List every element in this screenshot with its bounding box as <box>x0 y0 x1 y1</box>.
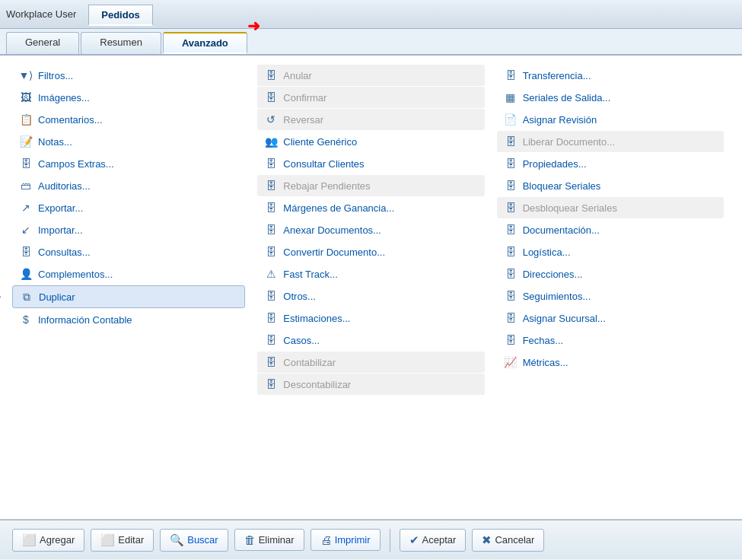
menu-item-transferencia[interactable]: 🗄 Transferencia... <box>497 65 724 86</box>
margenes-icon: 🗄 <box>263 200 279 215</box>
clipboard-icon: 📋 <box>18 112 33 127</box>
toolbar-divider <box>390 529 390 552</box>
menu-item-propiedades[interactable]: 🗄 Propiedades... <box>497 153 724 174</box>
bloquear-icon: 🗄 <box>503 178 518 193</box>
menu-item-otros[interactable]: 🗄 Otros... <box>257 285 484 307</box>
chart-icon: 📈 <box>503 355 518 370</box>
title-bar: Workplace User Pedidos <box>0 0 742 29</box>
fechas-icon: 🗄 <box>503 332 518 348</box>
menu-item-metricas[interactable]: 📈 Métricas... <box>497 352 724 373</box>
documentacion-icon: 🗄 <box>503 222 518 237</box>
direcciones-icon: 🗄 <box>503 266 518 282</box>
menu-item-campos-extras[interactable]: 🗄 Campos Extras... <box>12 153 245 174</box>
export-icon: ↗ <box>18 200 33 215</box>
propiedades-icon: 🗄 <box>503 156 518 171</box>
descontabilizar-icon: 🗄 <box>263 377 279 392</box>
editar-icon: ⬜ <box>100 533 115 547</box>
cancelar-button[interactable]: ✖ Cancelar <box>472 529 544 552</box>
consultar-clientes-icon: 🗄 <box>263 156 279 171</box>
menu-item-comentarios[interactable]: 📋 Comentarios... <box>12 109 245 130</box>
transferencia-icon: 🗄 <box>503 68 518 83</box>
note-icon: 📝 <box>18 134 33 149</box>
aceptar-icon: ✔ <box>409 533 419 547</box>
menu-item-complementos[interactable]: 👤 Complementos... <box>12 263 245 285</box>
cylinder-icon: 🗄 <box>18 156 33 171</box>
cancelar-icon: ✖ <box>482 533 492 547</box>
main-content: ▼⟩ Filtros... 🖼 Imágenes... 📋 Comentario… <box>0 56 742 520</box>
buscar-button[interactable]: 🔍 Buscar <box>160 529 228 552</box>
menu-item-casos[interactable]: 🗄 Casos... <box>257 329 484 351</box>
liberar-icon: 🗄 <box>503 134 518 149</box>
menu-item-info-contable[interactable]: $ Información Contable <box>12 309 245 330</box>
menu-item-confirmar[interactable]: 🗄 Confirmar <box>257 87 484 108</box>
menu-item-duplicar[interactable]: ⧉ Duplicar ➜ <box>12 285 245 308</box>
menu-item-seguimientos[interactable]: 🗄 Seguimientos... <box>497 285 724 307</box>
dollar-icon: $ <box>18 312 33 327</box>
menu-item-direcciones[interactable]: 🗄 Direcciones... <box>497 263 724 285</box>
menu-item-bloquear-seriales[interactable]: 🗄 Bloquear Seriales <box>497 175 724 196</box>
menu-item-rebajar-pendientes[interactable]: 🗄 Rebajar Pendientes <box>257 175 484 196</box>
menu-item-asignar-sucursal[interactable]: 🗄 Asignar Sucursal... <box>497 307 724 329</box>
menu-item-anular[interactable]: 🗄 Anular <box>257 65 484 86</box>
menu-item-descontabilizar[interactable]: 🗄 Descontabilizar <box>257 374 484 395</box>
menu-item-logistica[interactable]: 🗄 Logística... <box>497 241 724 262</box>
menu-item-consultas[interactable]: 🗄 Consultas... <box>12 241 245 262</box>
avanzado-arrow-annotation: ➜ <box>247 17 260 35</box>
tab-resumen[interactable]: Resumen <box>81 32 161 54</box>
audit-icon: 🗃 <box>18 178 33 193</box>
eliminar-button[interactable]: 🗑 Eliminar <box>234 529 304 551</box>
contabilizar-icon: 🗄 <box>263 355 279 370</box>
tab-avanzado[interactable]: Avanzado ➜ <box>163 32 247 54</box>
menu-item-desbloquear-seriales[interactable]: 🗄 Desbloquear Seriales <box>497 197 724 218</box>
barcode-icon: ▦ <box>503 90 518 105</box>
menu-item-seriales-salida[interactable]: ▦ Seriales de Salida... <box>497 87 724 108</box>
menu-item-anexar[interactable]: 🗄 Anexar Documentos... <box>257 219 484 240</box>
menu-item-estimaciones[interactable]: 🗄 Estimaciones... <box>257 307 484 329</box>
menu-item-reversar[interactable]: ↺ Reversar <box>257 109 484 130</box>
main-tab-pedidos[interactable]: Pedidos <box>88 5 153 26</box>
agregar-button[interactable]: ⬜ Agregar <box>12 529 84 552</box>
buscar-icon: 🔍 <box>170 533 184 547</box>
menu-item-contabilizar[interactable]: 🗄 Contabilizar <box>257 352 484 373</box>
menu-item-liberar-documento[interactable]: 🗄 Liberar Documento... <box>497 131 724 152</box>
agregar-icon: ⬜ <box>22 533 37 547</box>
lightning-icon: ⚠ <box>263 266 279 282</box>
menu-item-importar[interactable]: ↙ Importar... <box>12 219 245 240</box>
menu-item-fechas[interactable]: 🗄 Fechas... <box>497 329 724 351</box>
doc-edit-icon: 📄 <box>503 112 518 127</box>
menu-item-notas[interactable]: 📝 Notas... <box>12 131 245 152</box>
menu-item-asignar-revision[interactable]: 📄 Asignar Revisión <box>497 109 724 130</box>
person-icon: 👤 <box>18 266 33 282</box>
estimaciones-icon: 🗄 <box>263 310 279 326</box>
menu-item-exportar[interactable]: ↗ Exportar... <box>12 197 245 218</box>
imprimir-button[interactable]: 🖨 Imprimir <box>310 529 381 551</box>
rebajar-icon: 🗄 <box>263 178 279 193</box>
anular-icon: 🗄 <box>263 68 279 83</box>
menu-item-filtros[interactable]: ▼⟩ Filtros... <box>12 65 245 86</box>
image-icon: 🖼 <box>18 90 33 105</box>
tab-general[interactable]: General <box>6 32 79 54</box>
editar-button[interactable]: ⬜ Editar <box>91 529 154 552</box>
menu-item-auditorias[interactable]: 🗃 Auditorias... <box>12 175 245 196</box>
asignar-sucursal-icon: 🗄 <box>503 310 518 326</box>
bottom-toolbar: ⬜ Agregar ⬜ Editar 🔍 Buscar 🗑 Eliminar 🖨… <box>0 520 742 559</box>
menu-item-documentacion[interactable]: 🗄 Documentación... <box>497 219 724 240</box>
menu-item-convertir[interactable]: 🗄 Convertir Documento... <box>257 241 484 262</box>
confirmar-icon: 🗄 <box>263 90 279 105</box>
menu-item-cliente-generico[interactable]: 👥 Cliente Genérico <box>257 131 484 152</box>
menu-item-consultar-clientes[interactable]: 🗄 Consultar Clientes <box>257 153 484 174</box>
menu-item-imagenes[interactable]: 🖼 Imágenes... <box>12 87 245 108</box>
duplicate-icon: ⧉ <box>19 289 34 304</box>
logistica-icon: 🗄 <box>503 244 518 259</box>
seguimientos-icon: 🗄 <box>503 288 518 304</box>
casos-icon: 🗄 <box>263 332 279 348</box>
aceptar-button[interactable]: ✔ Aceptar <box>400 529 467 552</box>
persons-icon: 👥 <box>263 134 279 149</box>
menu-column-3: 🗄 Transferencia... ▦ Seriales de Salida.… <box>491 65 730 396</box>
menu-item-margenes[interactable]: 🗄 Márgenes de Ganancia... <box>257 197 484 218</box>
otros-icon: 🗄 <box>263 288 279 304</box>
app-name[interactable]: Workplace User <box>6 8 76 20</box>
desbloquear-icon: 🗄 <box>503 200 518 215</box>
menu-item-fast-track[interactable]: ⚠ Fast Track... <box>257 263 484 285</box>
duplicar-arrow-annotation: ➜ <box>0 288 2 305</box>
